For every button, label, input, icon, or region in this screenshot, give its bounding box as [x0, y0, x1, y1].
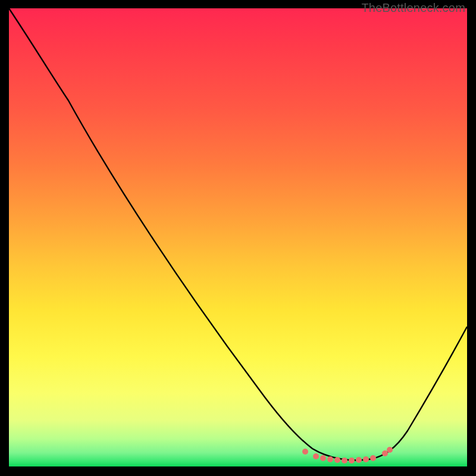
svg-point-8 [363, 456, 369, 462]
svg-point-1 [313, 453, 319, 459]
svg-point-6 [349, 458, 355, 464]
svg-point-5 [342, 458, 347, 464]
bottleneck-curve [9, 8, 467, 460]
svg-point-11 [387, 447, 393, 453]
flat-region-dots [302, 447, 393, 464]
svg-point-10 [382, 450, 388, 456]
chart-frame: TheBottleneck.com [0, 0, 476, 476]
svg-point-9 [370, 455, 376, 461]
svg-point-7 [356, 457, 362, 463]
bottleneck-curve-svg [9, 8, 467, 466]
svg-point-0 [302, 449, 308, 455]
watermark-text: TheBottleneck.com [361, 1, 465, 15]
svg-point-3 [327, 456, 333, 462]
plot-area [9, 8, 467, 466]
svg-point-2 [320, 455, 326, 461]
svg-point-4 [334, 457, 340, 463]
